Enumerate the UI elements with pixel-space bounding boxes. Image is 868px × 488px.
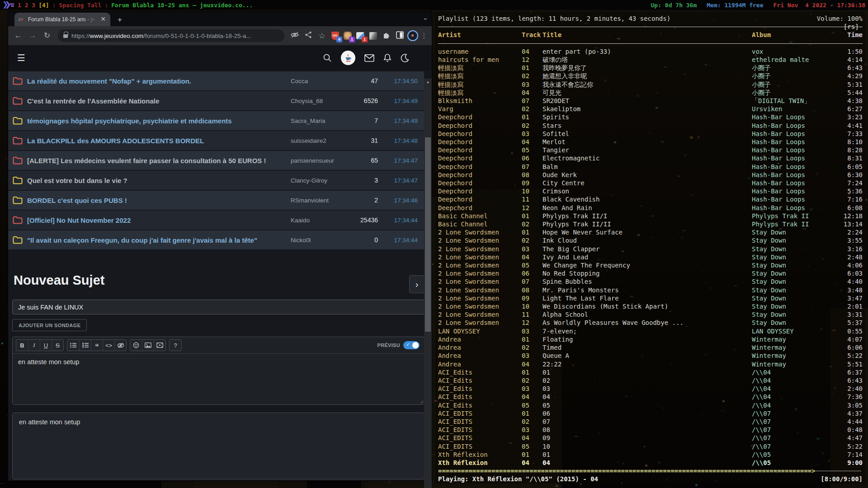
forward-button[interactable]: →	[26, 29, 39, 42]
track-row[interactable]: ACI_EDITS 05 10 /\\07 5:22	[438, 442, 863, 450]
share-icon[interactable]	[302, 31, 314, 40]
topic-row[interactable]: C'est la rentrée de l'Assemblée National…	[8, 91, 424, 110]
track-row[interactable]: Andrea 03 Queue A Wintermay 5:22	[438, 352, 863, 360]
browser-tab[interactable]: JV Forum Blabla 18-25 ans - jeux ✕	[14, 13, 110, 26]
track-row[interactable]: ACI_EDITS 01 06 /\\07 4:37	[438, 409, 863, 418]
track-row[interactable]: Andrea 04 22:22 Wintermay 5:51	[438, 360, 863, 368]
track-row[interactable]: Deepchord 09 City Centre Hash-Bar Loops …	[438, 179, 863, 187]
code-button[interactable]: <>	[103, 340, 114, 351]
emoji-button[interactable]	[130, 340, 142, 351]
track-row[interactable]: Deepchord 10 Crimson Hash-Bar Loops 5:36	[438, 187, 863, 195]
topic-row[interactable]: témoignages hôpital psychiatrique, psych…	[8, 111, 424, 130]
browser-menu-icon[interactable]: ⋮	[420, 32, 428, 40]
topic-title[interactable]: [ALERTE] Les médecins veulent faire pass…	[27, 157, 291, 164]
topic-title[interactable]: C'est la rentrée de l'Assemblée National…	[27, 97, 291, 105]
profile-avatar-icon[interactable]	[407, 30, 418, 41]
track-row[interactable]: ACI_Edits 03 03 /\\04 2:40	[438, 385, 863, 393]
topic-row[interactable]: [Officiel] No Nut November 2022 Kaaido 2…	[8, 211, 424, 230]
topic-row[interactable]: La réalité du mouvement "Nofap" + argume…	[8, 71, 424, 90]
track-row[interactable]: 2 Lone Swordsmen 08 Mr. Paris's Monsters…	[438, 286, 863, 294]
track-row[interactable]: Andrea 02 Timed Wintermay 6:06	[438, 343, 863, 352]
side-panel-icon[interactable]	[394, 31, 406, 41]
track-row[interactable]: LAN ODYSSEY 03 7-eleven; LAN ODYSSEY 0:5…	[438, 327, 863, 335]
track-row[interactable]: Deepchord 02 Stars Hash-Bar Loops 4:41	[438, 122, 863, 130]
spoiler-eye-icon[interactable]	[114, 340, 126, 351]
bullet-list-button[interactable]	[67, 340, 79, 351]
tab-close-icon[interactable]: ✕	[99, 16, 107, 23]
search-icon[interactable]	[323, 53, 332, 62]
track-row[interactable]: Deepchord 05 Tangier Hash-Bar Loops 8:28	[438, 146, 863, 154]
italic-button[interactable]: I	[28, 340, 40, 351]
track-row[interactable]: Deepchord 07 Balm Hash-Bar Loops 6:05	[438, 163, 863, 171]
topic-title-input[interactable]	[12, 300, 425, 314]
track-row[interactable]: username 04 enter part (po-33) vox 1:50	[438, 47, 863, 56]
track-row[interactable]: ACI_Edits 02 02 /\\04 6:43	[438, 376, 863, 385]
track-row[interactable]: haircuts for men 12 破壊の塔 ethelreda malte…	[438, 56, 863, 64]
track-row[interactable]: Deepchord 04 Merlot Hash-Bar Loops 8:10	[438, 138, 863, 146]
numbered-list-button[interactable]	[79, 340, 91, 351]
underline-button[interactable]: U	[40, 340, 52, 351]
track-row[interactable]: Basic Channel 01 Phylyps Trak II/I Phyly…	[438, 212, 863, 220]
track-row[interactable]: 2 Lone Swordsmen 02 Ink Cloud Stay Down …	[438, 236, 863, 244]
topic-title[interactable]: [Officiel] No Nut November 2022	[27, 216, 291, 224]
tampermonkey-extension-icon[interactable]: 1	[342, 30, 353, 41]
track-row[interactable]: Xth Réflexion 01 01 /\\05 7:14	[438, 450, 863, 459]
topic-title[interactable]: BORDEL c'est quoi ces PUBS !	[27, 197, 291, 204]
track-row[interactable]: Deepchord 06 Electromagnetic Hash-Bar Lo…	[438, 154, 863, 162]
url-text[interactable]: https://www.jeuxvideo.com/forums/0-51-0-…	[71, 33, 251, 39]
track-row[interactable]: 2 Lone Swordsmen 11 Alpha School Stay Do…	[438, 310, 863, 319]
new-tab-button[interactable]: +	[115, 15, 125, 26]
messages-icon[interactable]	[364, 54, 374, 62]
workspace-current[interactable]: [4]	[38, 2, 49, 9]
track-row[interactable]: ACI_EDITS 04 09 /\\07 4:47	[438, 434, 863, 442]
bookmark-star-icon[interactable]: ☆	[316, 31, 328, 41]
capture-extension-icon[interactable]: 1	[355, 30, 366, 41]
topic-row[interactable]: BORDEL c'est quoi ces PUBS ! RSmanviolen…	[8, 191, 424, 210]
topic-title[interactable]: témoignages hôpital psychiatrique, psych…	[27, 117, 291, 125]
track-row[interactable]: 2 Lone Swordsmen 07 Spine Bubbles Stay D…	[438, 277, 863, 286]
strikethrough-button[interactable]: S	[52, 340, 63, 351]
insert-video-button[interactable]	[154, 340, 165, 351]
track-row[interactable]: 輕描淡寫 01 我昨晚夢見你了 小圈子 6:43	[438, 64, 863, 72]
back-button[interactable]: ←	[12, 29, 24, 42]
next-page-button[interactable]: ›	[409, 275, 425, 293]
track-row[interactable]: 輕描淡寫 02 她還想入非非呢 小圈子 4:29	[438, 72, 863, 80]
workspace-tags[interactable]: 1 2 3	[18, 2, 35, 9]
track-row[interactable]: ACI_EDITS 03 08 /\\07 0:48	[438, 426, 863, 434]
tab-search-icon[interactable]: ›	[423, 18, 430, 20]
notifications-bell-icon[interactable]	[383, 53, 392, 62]
track-row[interactable]: 2 Lone Swordsmen 04 Ivy And Lead Stay Do…	[438, 253, 863, 261]
lock-icon[interactable]	[63, 33, 68, 39]
user-avatar[interactable]: Java	[341, 51, 355, 65]
bold-button[interactable]: B	[16, 340, 28, 351]
track-row[interactable]: 2 Lone Swordsmen 03 The Big Clapper Stay…	[438, 245, 863, 253]
topic-row[interactable]: Quel est votre but dans le vie ? Clancy-…	[8, 171, 424, 190]
scroll-up-arrow[interactable]: ▲	[424, 79, 432, 86]
scrollbar-thumb[interactable]	[425, 137, 431, 332]
topic-row[interactable]: [ALERTE] Les médecins veulent faire pass…	[8, 151, 424, 170]
track-row[interactable]: Deepchord 11 Black Cavendish Hash-Bar Lo…	[438, 195, 863, 203]
track-row[interactable]: ACI_EDITS 02 07 /\\07 4:44	[438, 418, 863, 426]
add-poll-button[interactable]: AJOUTER UN SONDAGE	[12, 319, 87, 331]
track-row[interactable]: Deepchord 01 Spirits Hash-Bar Loops 3:23	[438, 113, 863, 121]
track-row[interactable]: Deepchord 08 Oude Kerk Hash-Bar Loops 6:…	[438, 171, 863, 179]
preview-toggle[interactable]	[403, 341, 420, 349]
address-bar[interactable]: https://www.jeuxvideo.com/forums/0-51-0-…	[58, 29, 284, 42]
track-row[interactable]: 2 Lone Swordsmen 05 We Change The Freque…	[438, 261, 863, 269]
track-row[interactable]: 2 Lone Swordsmen 09 Light The Last Flare…	[438, 294, 863, 302]
track-row[interactable]: 輕描淡寫 04 可見光 小圈子 5:44	[438, 89, 863, 97]
track-row[interactable]: Deepchord 12 Neon And Rain Hash-Bar Loop…	[438, 204, 863, 212]
ublock-extension-icon[interactable]: UO 4	[330, 30, 340, 41]
track-row[interactable]: Basic Channel 02 Phylyps Trak II/II Phyl…	[438, 220, 863, 228]
topic-row[interactable]: "Il avait un caleçon Freegun, du coup j'…	[8, 230, 424, 249]
extensions-puzzle-icon[interactable]	[380, 31, 392, 41]
track-row[interactable]: 2 Lone Swordsmen 10 We Discordians (Must…	[438, 302, 863, 310]
track-row[interactable]: Andrea 01 Floating Wintermay 4:07	[438, 335, 863, 343]
hide-eye-icon[interactable]	[289, 31, 301, 40]
browser-scrollbar[interactable]: ▲ ▼	[424, 79, 432, 488]
quote-button[interactable]: “	[91, 340, 103, 351]
reload-button[interactable]: ↻	[41, 29, 53, 42]
track-row[interactable]: Blksmiith 07 SR20DET 「DIGITAL TWIN」 4:38	[438, 97, 863, 105]
topic-title[interactable]: Quel est votre but dans le vie ?	[27, 177, 291, 184]
track-row[interactable]: 2 Lone Swordsmen 06 No Red Stopping Stay…	[438, 269, 863, 277]
